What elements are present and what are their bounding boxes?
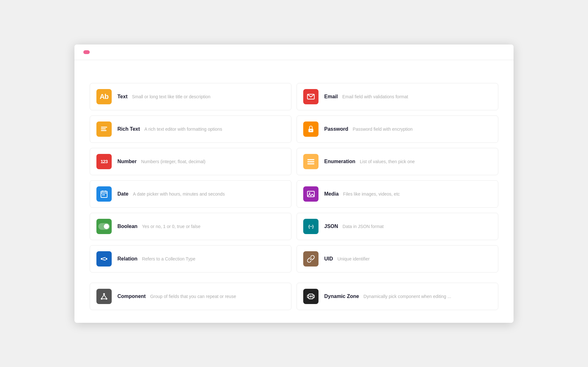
field-card-uid[interactable]: UIDUnique identifier: [297, 245, 498, 273]
json-icon: {···}: [303, 219, 318, 234]
text-desc: Small or long text like title or descrip…: [132, 94, 211, 99]
svg-line-22: [102, 260, 106, 260]
field-card-date[interactable]: DateA date picker with hours, minutes an…: [90, 180, 291, 208]
advanced-fields-grid: ComponentGroup of fields that you can re…: [90, 283, 498, 310]
relation-name: Relation: [117, 256, 137, 262]
field-card-password[interactable]: PasswordPassword field with encryption: [297, 115, 498, 143]
password-desc: Password field with encryption: [353, 127, 413, 132]
json-info: JSONData in JSON format: [324, 224, 384, 229]
media-icon: [303, 186, 318, 202]
dynamiczone-icon: [303, 289, 318, 304]
date-icon: [96, 186, 112, 202]
svg-rect-1: [101, 127, 107, 128]
json-desc: Data in JSON format: [343, 224, 384, 229]
fields-grid: AbTextSmall or long text like title or d…: [90, 83, 498, 273]
svg-rect-2: [101, 128, 106, 129]
uid-info: UIDUnique identifier: [324, 256, 370, 262]
media-desc: Files like images, videos, etc: [343, 191, 400, 197]
svg-line-26: [102, 295, 104, 298]
enumeration-name: Enumeration: [324, 159, 355, 164]
date-name: Date: [117, 191, 129, 197]
enumeration-icon: [303, 154, 318, 169]
dynamiczone-info: Dynamic ZoneDynamically pick component w…: [324, 294, 451, 299]
number-name: Number: [117, 159, 136, 164]
relation-desc: Refers to a Collection Type: [142, 256, 195, 261]
richtext-info: Rich TextA rich text editor with formatt…: [117, 126, 222, 132]
uid-desc: Unique identifier: [338, 256, 370, 261]
boolean-icon: [96, 219, 112, 234]
password-icon: [303, 121, 318, 137]
field-card-json[interactable]: {···}JSONData in JSON format: [297, 213, 498, 240]
media-name: Media: [324, 191, 339, 197]
boolean-info: BooleanYes or no, 1 or 0, true or false: [117, 224, 200, 229]
date-info: DateA date picker with hours, minutes an…: [117, 191, 225, 197]
password-name: Password: [324, 126, 348, 132]
modal: AbTextSmall or long text like title or d…: [74, 45, 514, 323]
svg-rect-3: [101, 130, 106, 131]
dynamiczone-name: Dynamic Zone: [324, 294, 359, 299]
boolean-desc: Yes or no, 1 or 0, true or false: [142, 224, 200, 229]
uid-icon: [303, 251, 318, 267]
svg-point-23: [103, 293, 105, 294]
component-icon: [96, 289, 112, 304]
relation-icon: [96, 251, 112, 267]
number-desc: Numbers (integer, float, decimal): [141, 159, 205, 164]
number-info: NumberNumbers (integer, float, decimal): [117, 159, 206, 164]
component-desc: Group of fields that you can repeat or r…: [150, 294, 236, 299]
relation-info: RelationRefers to a Collection Type: [117, 256, 195, 262]
component-name: Component: [117, 294, 146, 299]
svg-point-24: [101, 298, 102, 299]
date-desc: A date picker with hours, minutes and se…: [133, 191, 225, 197]
dynamiczone-desc: Dynamically pick component when editing …: [363, 294, 451, 299]
component-info: ComponentGroup of fields that you can re…: [117, 294, 236, 299]
svg-rect-9: [101, 191, 107, 197]
email-info: EmailEmail field with validations format: [324, 94, 408, 100]
password-info: PasswordPassword field with encryption: [324, 126, 413, 132]
email-desc: Email field with validations format: [342, 94, 408, 99]
svg-line-21: [102, 257, 106, 258]
svg-line-27: [104, 295, 106, 298]
field-card-boolean[interactable]: BooleanYes or no, 1 or 0, true or false: [90, 213, 291, 240]
json-name: JSON: [324, 224, 338, 229]
modal-header: [74, 45, 514, 60]
uid-name: UID: [324, 256, 333, 262]
field-card-media[interactable]: MediaFiles like images, videos, etc: [297, 180, 498, 208]
svg-point-25: [106, 298, 107, 299]
enumeration-info: EnumerationList of values, then pick one: [324, 159, 415, 164]
field-card-enumeration[interactable]: EnumerationList of values, then pick one: [297, 148, 498, 175]
svg-rect-14: [104, 194, 105, 195]
richtext-icon: [96, 121, 112, 137]
field-card-text[interactable]: AbTextSmall or long text like title or d…: [90, 83, 291, 110]
number-icon: 123: [96, 154, 112, 169]
svg-point-16: [309, 192, 310, 194]
email-icon: [303, 89, 318, 104]
svg-point-18: [104, 224, 109, 229]
media-info: MediaFiles like images, videos, etc: [324, 191, 400, 197]
text-name: Text: [117, 94, 128, 100]
email-name: Email: [324, 94, 338, 100]
field-card-richtext[interactable]: Rich TextA rich text editor with formatt…: [90, 115, 291, 143]
svg-point-19: [101, 258, 102, 260]
svg-rect-13: [102, 194, 103, 195]
svg-point-5: [310, 130, 311, 131]
logo-badge: [83, 50, 90, 54]
modal-body: AbTextSmall or long text like title or d…: [74, 60, 514, 323]
field-card-email[interactable]: EmailEmail field with validations format: [297, 83, 498, 110]
field-card-dynamiczone[interactable]: Dynamic ZoneDynamically pick component w…: [297, 283, 498, 310]
svg-rect-7: [307, 161, 314, 162]
richtext-desc: A rich text editor with formatting optio…: [144, 127, 222, 132]
svg-point-20: [106, 258, 107, 260]
boolean-name: Boolean: [117, 224, 137, 229]
field-card-number[interactable]: 123NumberNumbers (integer, float, decima…: [90, 148, 291, 175]
text-icon: Ab: [96, 89, 112, 104]
field-card-relation[interactable]: RelationRefers to a Collection Type: [90, 245, 291, 273]
text-info: TextSmall or long text like title or des…: [117, 94, 210, 100]
svg-rect-8: [307, 163, 314, 164]
svg-rect-6: [307, 159, 314, 160]
field-card-component[interactable]: ComponentGroup of fields that you can re…: [90, 283, 291, 310]
enumeration-desc: List of values, then pick one: [360, 159, 415, 164]
richtext-name: Rich Text: [117, 126, 140, 132]
